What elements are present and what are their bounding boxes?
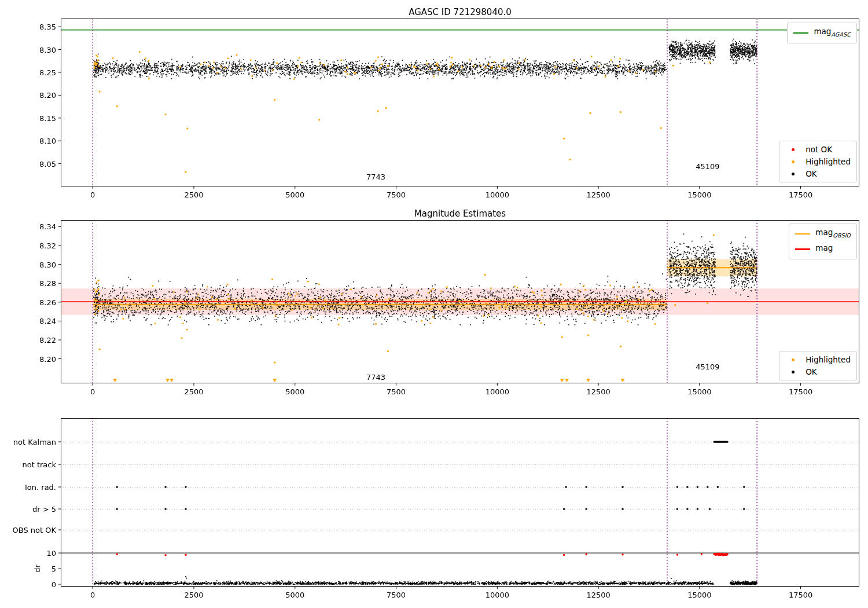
x-tick-label: 5000 — [285, 191, 304, 199]
legend-entry: magOBSID — [795, 228, 851, 240]
x-tick-label: 15000 — [687, 591, 711, 599]
y-tick-label: 8.24 — [39, 317, 56, 325]
x-tick-label: 7500 — [387, 191, 406, 199]
dr-tick-label: 10 — [46, 549, 56, 558]
x-tick-label: 12500 — [586, 387, 610, 396]
legend-dot-swatch — [792, 148, 795, 151]
dr-tick-label: 0 — [52, 580, 56, 589]
x-tick-label: 5000 — [285, 387, 304, 396]
x-tick-label: 12500 — [586, 591, 610, 599]
legend-entry: mag — [795, 243, 851, 256]
x-tick-label: 0 — [90, 191, 95, 199]
legend-entry: magAGASC — [793, 27, 851, 39]
x-tick-label: 17500 — [789, 387, 812, 396]
legend-status-markers: not OK Highlighted OK — [779, 141, 857, 182]
legend-entry: Highlighted — [785, 157, 851, 166]
category-label: dr > 5 — [32, 505, 56, 514]
legend-line-swatch — [795, 248, 810, 250]
legend-label: magAGASC — [814, 27, 851, 39]
y-tick-label: 8.20 — [39, 91, 56, 100]
x-tick-label: 2500 — [184, 591, 203, 599]
legend-line-swatch — [793, 32, 808, 34]
legend-entry: not OK — [785, 145, 851, 154]
category-label: not Kalman — [13, 438, 56, 446]
y-tick-label: 8.30 — [39, 45, 56, 54]
y-tick-label: 8.22 — [39, 336, 56, 345]
legend-label: Highlighted — [806, 355, 851, 364]
x-tick-label: 10000 — [486, 191, 509, 199]
legend-dot-swatch — [792, 173, 795, 175]
y-tick-label: 8.26 — [39, 298, 56, 306]
x-tick-label: 17500 — [789, 191, 812, 199]
x-tick-label: 15000 — [687, 191, 711, 199]
legend-dot-swatch — [792, 358, 795, 361]
legend-entry: OK — [785, 367, 851, 376]
plot2-title: Magnitude Estimates — [414, 208, 506, 219]
x-tick-label: 12500 — [586, 191, 610, 199]
y-tick-label: 8.25 — [39, 68, 56, 76]
x-tick-label: 2500 — [184, 191, 203, 199]
x-tick-label: 10000 — [486, 591, 509, 599]
legend-highlight-markers: Highlighted OK — [779, 351, 857, 380]
figure: AGASC ID 721298040.0 Magnitude Estimates… — [0, 0, 868, 608]
dr-tick-label: 5 — [52, 565, 56, 573]
legend-label: Highlighted — [806, 157, 851, 166]
legend-dot-swatch — [792, 371, 795, 373]
legend-label: OK — [806, 169, 816, 178]
legend-label: magOBSID — [815, 228, 851, 240]
count-annotation: 45109 — [696, 362, 719, 371]
legend-line-swatch — [795, 233, 810, 235]
category-label: not track — [22, 460, 56, 469]
x-tick-label: 7500 — [387, 591, 406, 599]
legend-dot-swatch — [792, 160, 795, 163]
count-annotation: 7743 — [366, 172, 385, 181]
legend-label: mag — [815, 243, 833, 256]
category-label: Ion. rad. — [25, 483, 56, 492]
y-tick-label: 8.15 — [39, 113, 56, 122]
category-label: OBS not OK — [13, 526, 57, 534]
plot1-title: AGASC ID 721298040.0 — [409, 7, 512, 17]
x-tick-label: 17500 — [789, 591, 812, 599]
x-tick-label: 0 — [90, 387, 95, 396]
figure-canvas — [0, 0, 868, 608]
legend-entry: Highlighted — [785, 355, 851, 364]
y-tick-label: 8.32 — [39, 241, 56, 250]
x-tick-label: 7500 — [387, 387, 406, 396]
legend-mag-lines: magOBSID mag — [789, 224, 857, 259]
y-tick-label: 8.35 — [39, 23, 56, 31]
legend-mag-agasc: magAGASC — [787, 23, 857, 43]
y-tick-label: 8.34 — [39, 222, 56, 231]
x-tick-label: 2500 — [184, 387, 203, 396]
y-tick-label: 8.05 — [39, 159, 56, 168]
legend-label: OK — [806, 367, 816, 376]
x-tick-label: 0 — [90, 591, 95, 599]
count-annotation: 45109 — [696, 162, 719, 171]
legend-label: not OK — [806, 145, 832, 154]
y-tick-label: 8.20 — [39, 354, 56, 363]
count-annotation: 7743 — [366, 372, 385, 381]
y-tick-label: 8.10 — [39, 137, 56, 145]
legend-entry: OK — [785, 169, 851, 178]
chart3-ylabel: dr — [33, 565, 42, 573]
y-tick-label: 8.28 — [39, 279, 56, 288]
x-tick-label: 10000 — [486, 387, 509, 396]
x-tick-label: 5000 — [285, 591, 304, 599]
y-tick-label: 8.30 — [39, 260, 56, 269]
x-tick-label: 15000 — [687, 387, 711, 396]
